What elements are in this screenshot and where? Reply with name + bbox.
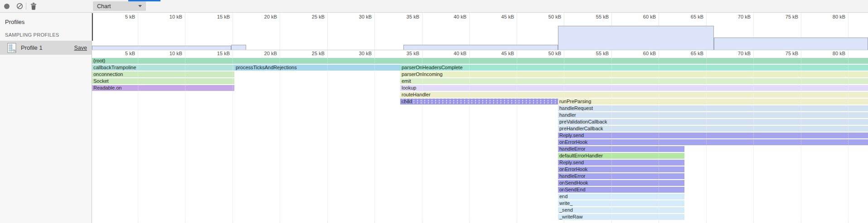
gridline-dots-10kb [185, 58, 185, 220]
clear-button[interactable] [14, 1, 25, 11]
frame-emit[interactable]: emit [400, 78, 868, 84]
gridline-dots-40kb [469, 58, 470, 220]
frame-handleError[interactable]: handleError [558, 173, 684, 179]
flame-axis-tick: 45 kB [484, 51, 514, 56]
delete-profile-button[interactable] [28, 1, 39, 11]
overview-axis-tick: 60 kB [626, 14, 656, 19]
flame-axis-tick: 75 kB [768, 51, 798, 56]
svg-text:%: % [13, 48, 16, 52]
flame-axis-tick: 30 kB [342, 51, 372, 56]
frame-defaultErrorHandler[interactable]: defaultErrorHandler [558, 153, 684, 159]
devtools-memory-panel: 5 kB5 kB10 kB10 kB15 kB15 kB20 kB20 kB25… [0, 0, 868, 223]
frame-_send[interactable]: _send [558, 207, 684, 213]
frame-onSendHook[interactable]: onSendHook [558, 180, 684, 186]
frame-lookup[interactable]: lookup [400, 85, 868, 91]
overview-segment[interactable] [714, 38, 868, 50]
gridline-dots-80kb [848, 58, 849, 220]
gridline-dots-70kb [753, 58, 754, 220]
sampling-profiles-heading: SAMPLING PROFILES [5, 32, 59, 38]
flame-axis-tick: 70 kB [721, 51, 751, 56]
frame-Reply.send[interactable]: Reply.send [558, 160, 684, 166]
overview-axis-tick: 75 kB [768, 14, 798, 19]
overview-axis-tick: 65 kB [674, 14, 703, 19]
overview-axis-tick: 15 kB [200, 14, 230, 19]
frame-preValidationCallback[interactable]: preValidationCallback [558, 119, 868, 125]
gridline-dots-15kb [233, 58, 233, 220]
gridline-dots-65kb [706, 58, 707, 220]
record-button[interactable] [1, 1, 12, 11]
flame-axis-tick: 25 kB [295, 51, 325, 56]
gridline-dots-20kb [280, 58, 280, 220]
overview-axis-tick: 35 kB [389, 14, 419, 19]
overview-axis-tick: 40 kB [436, 14, 466, 19]
frame-handleError[interactable]: handleError [558, 146, 684, 152]
frame-onconnection[interactable]: onconnection [92, 71, 234, 77]
clear-icon [16, 3, 23, 9]
chart-select-label: Chart [93, 3, 138, 9]
toolbar: Chart [0, 0, 868, 13]
frame-handleRequest[interactable]: handleRequest [558, 105, 868, 111]
gridline-dots-45kb [517, 58, 517, 220]
chevron-down-icon [138, 5, 142, 7]
frame-routeHandler[interactable]: routeHandler [400, 92, 868, 98]
overview-axis-tick: 25 kB [295, 14, 325, 19]
overview-axis-tick: 20 kB [247, 14, 277, 19]
flame-axis-tick: 40 kB [436, 51, 466, 56]
overview-segment[interactable] [403, 45, 558, 50]
frame-_writeRaw[interactable]: _writeRaw [558, 214, 684, 220]
flame-axis-tick: 20 kB [247, 51, 277, 56]
gridline-dots-50kb [564, 58, 564, 220]
overview-segment[interactable] [231, 45, 246, 50]
flame-axis-tick: 50 kB [531, 51, 561, 56]
frame-end[interactable]: end [558, 194, 684, 199]
frame-parserOnIncoming[interactable]: parserOnIncoming [400, 71, 868, 77]
sidebar-title: Profiles [5, 19, 24, 25]
gridline-dots-35kb [422, 58, 422, 220]
overview-segment[interactable] [92, 46, 231, 50]
frame-onErrorHook[interactable]: onErrorHook [558, 139, 868, 145]
profile-item[interactable]: % Profile 1 Save [0, 41, 92, 55]
save-link[interactable]: Save [74, 45, 87, 51]
gridline-dots-5kb [138, 58, 138, 220]
overview-axis-tick: 70 kB [721, 14, 751, 19]
frame-preHandlerCallback[interactable]: preHandlerCallback [558, 126, 868, 132]
overview-axis-tick: 5 kB [105, 14, 135, 19]
flame-axis-tick: 10 kB [152, 51, 182, 56]
frame-handler[interactable]: handler [558, 112, 868, 118]
profiles-sidebar: Profiles SAMPLING PROFILES % Profile 1 S… [0, 12, 92, 223]
chart-pane[interactable]: 5 kB5 kB10 kB10 kB15 kB15 kB20 kB20 kB25… [0, 0, 868, 223]
frame-Readable.on[interactable]: Readable.on [92, 85, 234, 91]
frame-write_[interactable]: write_ [558, 200, 684, 206]
flame-axis-tick: 5 kB [105, 51, 135, 56]
overview-axis-tick: 30 kB [342, 14, 372, 19]
overview-axis-tick: 10 kB [152, 14, 182, 19]
gridline-dots-75kb [801, 58, 801, 220]
gridline-dots-25kb [327, 58, 328, 220]
frame-parserOnHeadersComplete[interactable]: parserOnHeadersComplete [400, 65, 868, 71]
overview-axis-tick: 45 kB [484, 14, 514, 19]
flame-axis-tick: 35 kB [389, 51, 419, 56]
frame-Reply.send[interactable]: Reply.send [558, 133, 868, 138]
flame-axis-tick: 60 kB [626, 51, 656, 56]
frame-child[interactable]: child [400, 99, 558, 104]
chart-view-select[interactable]: Chart [93, 1, 146, 11]
frame-runPreParsing[interactable]: runPreParsing [558, 99, 868, 104]
overview-axis-tick: 50 kB [531, 14, 561, 19]
frame-onSendEnd[interactable]: onSendEnd [558, 187, 684, 193]
frame-(root)[interactable]: (root) [92, 58, 868, 64]
overview-baseline [92, 50, 868, 50]
overview-axis-tick: 55 kB [579, 14, 609, 19]
flame-axis-tick: 80 kB [815, 51, 845, 56]
gridline-dots-60kb [659, 58, 659, 220]
record-icon [4, 4, 10, 9]
frame-processTicksAndRejections[interactable]: processTicksAndRejections [234, 65, 400, 71]
profile-icon: % [7, 43, 17, 53]
gridline-dots-30kb [374, 58, 375, 220]
overview-segment[interactable] [558, 26, 714, 50]
frame-onErrorHook[interactable]: onErrorHook [558, 166, 684, 172]
frame-callbackTrampoline[interactable]: callbackTrampoline [92, 65, 234, 71]
overview-axis-tick: 80 kB [815, 14, 845, 19]
trash-icon [30, 3, 37, 10]
frame-Socket[interactable]: Socket [92, 78, 234, 84]
toolbar-separator [26, 3, 26, 9]
